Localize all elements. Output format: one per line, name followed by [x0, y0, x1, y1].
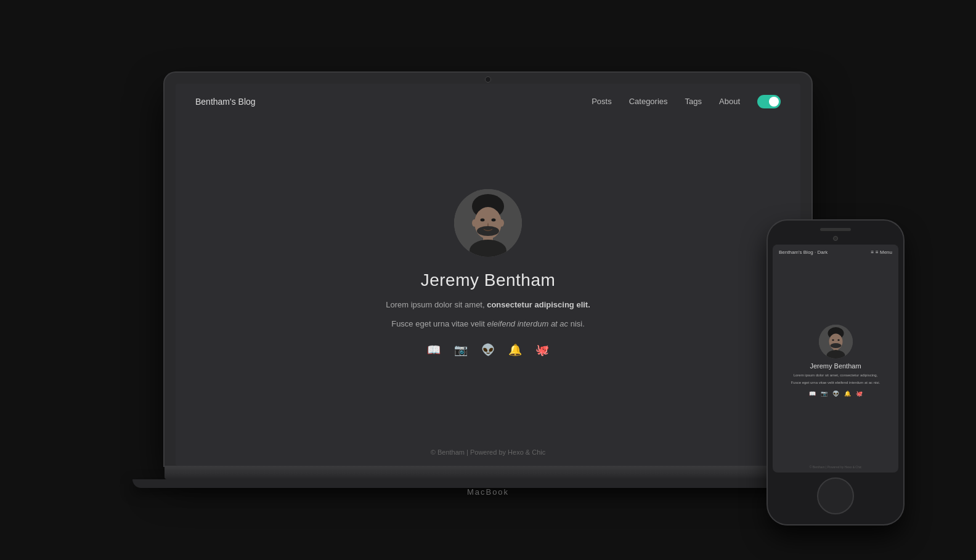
svg-point-13	[832, 339, 834, 341]
nav-logo[interactable]: Bentham's Blog	[195, 97, 256, 107]
screen-content: Bentham's Blog Posts Categories Tags Abo…	[176, 84, 800, 466]
bio-line1: Lorem ipsum dolor sit amet, consectetur …	[386, 300, 590, 309]
phone-home-button[interactable]	[817, 477, 854, 514]
laptop-screen: Bentham's Blog Posts Categories Tags Abo…	[176, 84, 800, 466]
phone-device: Bentham's Blog · Dark ≡ ≡ Menu	[768, 221, 903, 524]
phone-main: Jeremy Bentham Lorem ipsum dolor sit ame…	[773, 260, 898, 461]
bio-line2: Fusce eget urna vitae velit eleifend int…	[391, 319, 585, 328]
icon-book[interactable]: 📖	[427, 343, 441, 357]
main-content: Jeremy Bentham Lorem ipsum dolor sit ame…	[176, 120, 800, 439]
nav-posts[interactable]: Posts	[592, 97, 612, 106]
icon-instagram[interactable]: 📷	[454, 343, 468, 357]
nav-categories[interactable]: Categories	[629, 97, 668, 106]
laptop-brand: MacBook	[467, 487, 509, 497]
phone-speaker	[820, 228, 851, 231]
icon-github[interactable]: 🐙	[535, 343, 549, 357]
profile-name: Jeremy Bentham	[421, 270, 556, 290]
laptop-bottom	[132, 479, 844, 488]
laptop-base: MacBook	[165, 466, 811, 479]
phone-nav-menu[interactable]: ≡ ≡ Menu	[871, 250, 892, 255]
phone-body: Bentham's Blog · Dark ≡ ≡ Menu	[768, 221, 903, 524]
svg-point-4	[492, 218, 496, 221]
icon-reddit[interactable]: 👽	[481, 343, 495, 357]
phone-nav-logo: Bentham's Blog · Dark	[779, 250, 828, 255]
svg-point-15	[830, 343, 841, 348]
scene: Bentham's Blog Posts Categories Tags Abo…	[0, 0, 976, 560]
nav-bar: Bentham's Blog Posts Categories Tags Abo…	[176, 84, 800, 120]
hamburger-icon: ≡	[871, 250, 874, 255]
phone-bio1: Lorem ipsum dolor sit amet, consectetur …	[794, 373, 878, 377]
nav-tags[interactable]: Tags	[685, 97, 702, 106]
social-icons: 📖 📷 👽 🔔 🐙	[427, 343, 549, 357]
phone-icon-bell[interactable]: 🔔	[844, 391, 851, 397]
svg-point-7	[499, 219, 504, 227]
laptop-body: Bentham's Blog Posts Categories Tags Abo…	[165, 73, 811, 466]
svg-point-3	[481, 218, 485, 221]
nav-links: Posts Categories Tags About	[592, 95, 781, 108]
phone-icon-instagram[interactable]: 📷	[821, 391, 828, 397]
avatar	[454, 189, 522, 257]
phone-icon-book[interactable]: 📖	[809, 391, 816, 397]
phone-footer: © Bentham | Powered by Hexo & Chic	[773, 461, 898, 473]
phone-profile-name: Jeremy Bentham	[810, 362, 861, 370]
phone-camera	[833, 236, 838, 241]
svg-point-6	[472, 219, 477, 227]
phone-nav: Bentham's Blog · Dark ≡ ≡ Menu	[773, 245, 898, 260]
phone-icon-reddit[interactable]: 👽	[832, 391, 839, 397]
svg-point-14	[837, 339, 839, 341]
dark-mode-toggle[interactable]	[757, 95, 781, 108]
phone-icon-github[interactable]: 🐙	[856, 391, 863, 397]
laptop-camera	[485, 76, 491, 83]
phone-avatar	[819, 325, 853, 359]
phone-social-icons: 📖 📷 👽 🔔 🐙	[809, 391, 863, 397]
phone-bio2: Fusce eget urna vitae velit eleifend int…	[791, 381, 880, 384]
laptop-device: Bentham's Blog Posts Categories Tags Abo…	[165, 73, 811, 488]
icon-bell[interactable]: 🔔	[508, 343, 522, 357]
phone-screen: Bentham's Blog · Dark ≡ ≡ Menu	[773, 245, 898, 473]
footer: © Bentham | Powered by Hexo & Chic	[176, 439, 800, 466]
nav-about[interactable]: About	[719, 97, 740, 106]
